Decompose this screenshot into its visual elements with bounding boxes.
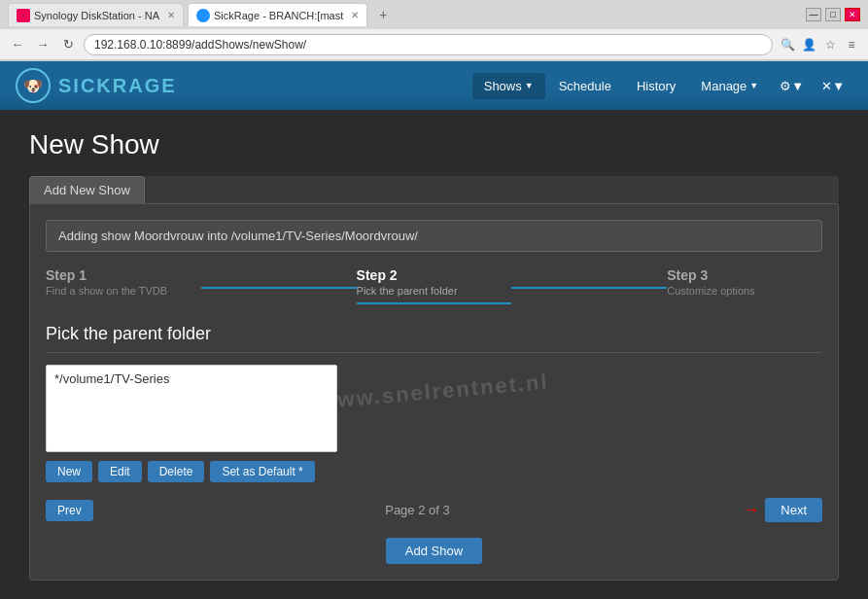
sickrage-favicon — [196, 9, 210, 22]
logo-icon: 🐶 — [16, 68, 51, 103]
nav-schedule[interactable]: Schedule — [547, 73, 623, 99]
nav-shows-label: Shows — [484, 79, 522, 93]
step-3-desc: Customize options — [667, 285, 822, 297]
close-button[interactable]: ✕ — [845, 8, 860, 21]
menu-icon[interactable]: ≡ — [843, 36, 860, 53]
folder-actions: New Edit Delete Set as Default * — [46, 461, 822, 482]
folder-select[interactable]: */volume1/TV-Series — [46, 365, 337, 452]
page-content: New Show Add New Show Adding show Moordv… — [0, 110, 868, 599]
nav-bar: ← → ↻ 192.168.0.10:8899/addShows/newShow… — [0, 29, 868, 60]
step-2-underline — [357, 302, 512, 304]
nav-manage-caret: ▼ — [749, 81, 758, 90]
window-controls: — □ ✕ — [806, 8, 860, 21]
step-1-desc: Find a show on the TVDB — [46, 285, 201, 297]
card-body: Adding show Moordvrouw into /volume1/TV-… — [29, 203, 839, 581]
main-card: Add New Show Adding show Moordvrouw into… — [29, 176, 839, 581]
address-bar[interactable]: 192.168.0.10:8899/addShows/newShow/ — [84, 34, 773, 55]
forward-button[interactable]: → — [33, 35, 52, 54]
step-1: Step 1 Find a show on the TVDB — [46, 267, 201, 297]
nav-history-label: History — [637, 79, 676, 93]
pagination-row: Prev Page 2 of 3 → Next — [46, 498, 822, 522]
step-connector-2 — [511, 287, 667, 289]
tab-synology[interactable]: Synology DiskStation - NA ✕ — [8, 3, 184, 26]
app-header: 🐶 SICKRAGE Shows ▼ Schedule History Mana… — [0, 61, 868, 110]
nav-manage-label: Manage — [701, 79, 746, 93]
arrow-indicator: → Next — [742, 498, 822, 522]
step-3-num: Step 3 — [667, 267, 822, 283]
logo-text: SICKRAGE — [58, 75, 177, 97]
browser-nav-actions: 🔍 👤 ☆ ≡ — [779, 36, 860, 53]
browser-chrome: Synology DiskStation - NA ✕ SickRage - B… — [0, 0, 868, 61]
nav-shows-caret: ▼ — [525, 81, 534, 90]
logo-text-2: RAGE — [113, 75, 177, 96]
add-new-show-tab[interactable]: Add New Show — [29, 176, 145, 203]
folder-select-wrapper: */volume1/TV-Series — [46, 365, 337, 453]
red-arrow-icon: → — [742, 500, 759, 520]
step-1-num: Step 1 — [46, 267, 201, 283]
nav-history[interactable]: History — [625, 73, 687, 99]
prev-button[interactable]: Prev — [46, 500, 93, 521]
add-show-button[interactable]: Add Show — [386, 538, 482, 564]
reload-button[interactable]: ↻ — [58, 35, 78, 54]
nav-shows[interactable]: Shows ▼ — [472, 73, 545, 99]
nav-manage[interactable]: Manage ▼ — [689, 73, 770, 99]
tab-sickrage-close[interactable]: ✕ — [351, 10, 359, 20]
minimize-button[interactable]: — — [806, 8, 821, 21]
main-nav: Shows ▼ Schedule History Manage ▼ ⚙▼ ✕▼ — [472, 73, 852, 99]
address-text: 192.168.0.10:8899/addShows/newShow/ — [94, 38, 306, 52]
new-button[interactable]: New — [46, 461, 92, 482]
bookmark-icon[interactable]: ☆ — [821, 36, 839, 53]
info-banner-text: Adding show Moordvrouw into /volume1/TV-… — [58, 229, 418, 243]
step-2-num: Step 2 — [357, 267, 512, 283]
info-banner: Adding show Moordvrouw into /volume1/TV-… — [46, 220, 822, 252]
title-bar: Synology DiskStation - NA ✕ SickRage - B… — [0, 0, 868, 29]
profile-icon[interactable]: 👤 — [800, 36, 817, 53]
set-default-button[interactable]: Set as Default * — [210, 461, 314, 482]
app-logo: 🐶 SICKRAGE — [16, 68, 177, 103]
tab-synology-label: Synology DiskStation - NA — [34, 10, 159, 21]
step-2: Step 2 Pick the parent folder — [357, 267, 512, 304]
tab-sickrage[interactable]: SickRage - BRANCH:[mast ✕ — [188, 3, 367, 26]
page-info: Page 2 of 3 — [93, 503, 743, 517]
edit-button[interactable]: Edit — [98, 461, 142, 482]
back-button[interactable]: ← — [8, 35, 27, 54]
settings-button[interactable]: ⚙▼ — [772, 73, 812, 99]
next-button[interactable]: Next — [765, 498, 822, 522]
delete-button[interactable]: Delete — [148, 461, 205, 482]
search-icon[interactable]: 🔍 — [779, 36, 796, 53]
synology-favicon — [17, 9, 30, 22]
step-2-desc: Pick the parent folder — [357, 285, 512, 297]
logo-dog: 🐶 — [23, 77, 43, 95]
steps-row: Step 1 Find a show on the TVDB Step 2 Pi… — [46, 267, 822, 304]
nav-schedule-label: Schedule — [559, 79, 611, 93]
step-connector-1 — [201, 287, 357, 289]
folder-option-0[interactable]: */volume1/TV-Series — [51, 370, 332, 388]
watermark-text: www.snelrentnet.nl — [318, 370, 549, 415]
tab-synology-close[interactable]: ✕ — [167, 10, 175, 20]
tools-button[interactable]: ✕▼ — [814, 73, 852, 99]
tab-sickrage-label: SickRage - BRANCH:[mast — [214, 10, 343, 21]
maximize-button[interactable]: □ — [825, 8, 841, 21]
section-title: Pick the parent folder — [46, 324, 822, 353]
new-tab-button[interactable]: + — [371, 3, 395, 26]
page-title: New Show — [29, 129, 839, 160]
add-show-row: Add Show — [46, 538, 822, 564]
step-3: Step 3 Customize options — [667, 267, 822, 297]
logo-text-1: SICK — [58, 75, 113, 96]
